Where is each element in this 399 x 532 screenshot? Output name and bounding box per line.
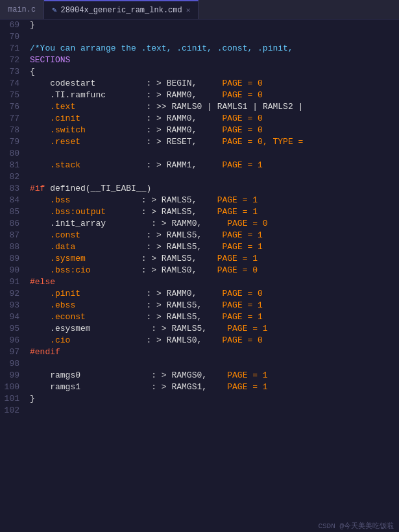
table-row: codestart : > BEGIN, PAGE = 0: [30, 78, 399, 90]
code-token: PAGE = 1: [217, 195, 258, 206]
line-number: 96: [3, 335, 19, 346]
code-token: PAGE = 0, TYPE =: [222, 136, 303, 148]
code-token: .ebss: [50, 300, 75, 311]
code-token: .esysmem : > RAMLS5,: [30, 323, 227, 335]
line-number: 100: [3, 381, 19, 393]
code-token: .sysmem: [50, 253, 86, 265]
code-token: PAGE = 0: [222, 288, 262, 300]
table-row: .text : >> RAMLS0 | RAMLS1 | RAMLS2 |: [30, 101, 399, 113]
code-token: [30, 136, 50, 148]
code-token: PAGE = 1: [222, 241, 262, 253]
code-token: [30, 265, 50, 276]
code-token: PAGE = 1: [227, 370, 267, 381]
line-number: 73: [3, 66, 19, 78]
table-row: .TI.ramfunc : > RAMM0, PAGE = 0: [30, 90, 399, 101]
code-token: : > RAMLS5,: [86, 253, 217, 265]
line-number: 69: [3, 19, 19, 31]
code-token: /*You can arrange the .text, .cinit, .co…: [30, 43, 293, 54]
table-row: .sysmem : > RAMLS5, PAGE = 1: [30, 253, 399, 265]
line-number: 83: [3, 183, 19, 195]
line-number: 97: [3, 346, 19, 358]
code-token: PAGE = 1: [222, 300, 262, 311]
code-token: [30, 101, 50, 113]
code-token: .init_array : > RAMM0,: [30, 218, 227, 230]
code-token: PAGE = 0: [217, 265, 258, 276]
line-number: 71: [3, 43, 19, 54]
line-number: 101: [3, 393, 19, 405]
table-row: {: [30, 66, 399, 78]
code-token: .const: [50, 230, 80, 241]
table-row: ramgs0 : > RAMGS0, PAGE = 1: [30, 370, 399, 381]
code-token: ramgs1 : > RAMGS1,: [30, 381, 227, 393]
line-number: 79: [3, 136, 19, 148]
code-token: }: [30, 19, 35, 31]
table-row: [30, 171, 399, 183]
code-token: .bss: [50, 195, 70, 206]
code-token: : > RAMLS5,: [75, 300, 222, 311]
code-token: : > RAMLS5,: [80, 230, 222, 241]
table-row: }: [30, 19, 399, 31]
table-row: SECTIONS: [30, 54, 399, 66]
code-token: : > RAMLS5,: [86, 311, 223, 323]
code-token: PAGE = 1: [222, 160, 262, 171]
tab-main-c[interactable]: main.c: [0, 0, 44, 19]
line-number: 95: [3, 323, 19, 335]
table-row: [30, 358, 399, 370]
line-number: 93: [3, 300, 19, 311]
table-row: .bss:cio : > RAMLS0, PAGE = 0: [30, 265, 399, 276]
code-token: : > RAMM0,: [80, 288, 222, 300]
code-token: #else: [30, 276, 55, 288]
line-number: 74: [3, 78, 19, 90]
line-number: 88: [3, 241, 19, 253]
code-token: .data: [50, 241, 75, 253]
line-number: 77: [3, 113, 19, 125]
line-number: 102: [3, 405, 19, 417]
tab-linker-label: 28004x_generic_ram_lnk.cmd: [60, 6, 182, 15]
code-token: : > RAMM0,: [80, 113, 222, 125]
close-icon[interactable]: ✕: [186, 6, 191, 14]
line-number: 82: [3, 171, 19, 183]
code-token: [30, 206, 50, 218]
code-token: [30, 113, 50, 125]
code-token: [30, 288, 50, 300]
line-number: 75: [3, 90, 19, 101]
code-token: [30, 311, 50, 323]
line-number: 85: [3, 206, 19, 218]
tab-linker-cmd[interactable]: ✎ 28004x_generic_ram_lnk.cmd ✕: [44, 0, 199, 19]
table-row: .cio : > RAMLS0, PAGE = 0: [30, 335, 399, 346]
line-number: 76: [3, 101, 19, 113]
code-token: .stack: [50, 160, 80, 171]
table-row: .pinit : > RAMM0, PAGE = 0: [30, 288, 399, 300]
line-number: 78: [3, 125, 19, 136]
table-row: }: [30, 393, 399, 405]
line-number: 70: [3, 31, 19, 43]
code-token: : >> RAMLS0 | RAMLS1 | RAMLS2 |: [75, 101, 303, 113]
code-token: PAGE = 0: [222, 90, 262, 101]
code-token: [30, 125, 50, 136]
code-token: : > RAMLS0,: [91, 265, 217, 276]
table-row: /*You can arrange the .text, .cinit, .co…: [30, 43, 399, 54]
code-token: SECTIONS: [30, 54, 70, 66]
tab-linker-icon: ✎: [52, 5, 56, 15]
code-token: .bss:cio: [50, 265, 90, 276]
line-number: 72: [3, 54, 19, 66]
table-row: .bss:output : > RAMLS5, PAGE = 1: [30, 206, 399, 218]
code-token: PAGE = 0: [227, 218, 267, 230]
code-token: [30, 300, 50, 311]
code-token: : > RAMLS5,: [75, 241, 222, 253]
code-token: : > RAMM0,: [86, 125, 223, 136]
code-token: PAGE = 1: [222, 311, 262, 323]
code-token: [30, 335, 50, 346]
table-row: [30, 148, 399, 160]
tab-main-c-label: main.c: [8, 5, 36, 14]
tab-bar: main.c ✎ 28004x_generic_ram_lnk.cmd ✕: [0, 0, 399, 19]
table-row: #if defined(__TI_EABI__): [30, 183, 399, 195]
code-token: }: [30, 393, 35, 405]
code-token: [30, 241, 50, 253]
code-area: 6970717273747576777879808182838485868788…: [0, 19, 399, 520]
code-token: [30, 160, 50, 171]
code-token: : > RESET,: [80, 136, 222, 148]
code-token: .cinit: [50, 113, 80, 125]
code-token: PAGE = 1: [217, 206, 258, 218]
code-token: #if: [30, 183, 45, 195]
